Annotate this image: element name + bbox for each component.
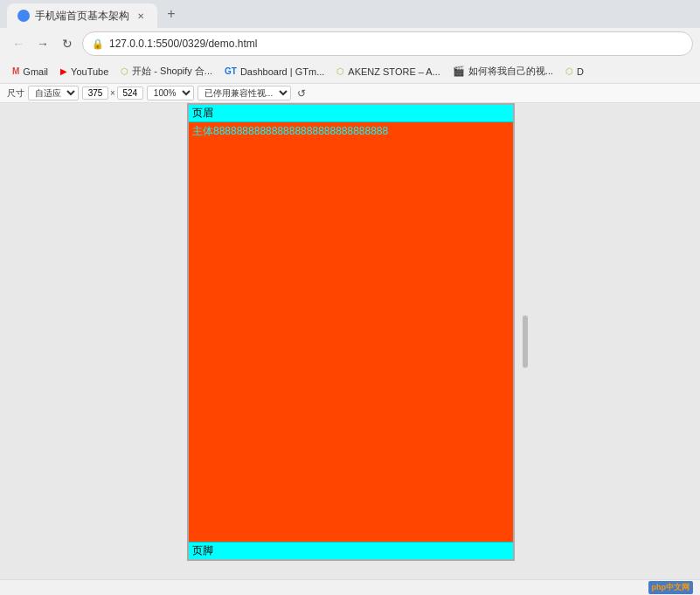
- browser-window: 手机端首页基本架构 ✕ + ← → ↻ 🔒 127.0.0.1:5500/032…: [0, 0, 700, 595]
- address-bar: ← → ↻ 🔒 127.0.0.1:5500/0329/demo.html: [0, 28, 700, 59]
- shopify1-icon: ⬡: [121, 66, 128, 76]
- url-bar[interactable]: 🔒 127.0.0.1:5500/0329/demo.html: [82, 31, 693, 56]
- bottom-status-bar: php中文网: [0, 579, 700, 595]
- responsive-mode-select[interactable]: 已停用兼容性视...: [198, 86, 291, 100]
- main-text: 主体888888888888888888888888888888: [192, 124, 388, 139]
- tab-favicon: [17, 10, 30, 22]
- forward-button[interactable]: →: [31, 32, 54, 55]
- size-label: 尺寸: [7, 87, 24, 100]
- bookmark-shopify2-label: D: [577, 66, 584, 77]
- shopify2-icon: ⬡: [565, 66, 573, 76]
- nav-arrows: ← → ↻: [7, 32, 79, 55]
- php-badge: php中文网: [648, 581, 694, 594]
- header-text: 页眉: [192, 106, 213, 121]
- youtube-icon: ▶: [60, 66, 67, 76]
- zoom-select[interactable]: 100%: [147, 86, 194, 100]
- page-header: 页眉: [189, 105, 513, 122]
- bookmark-shopify2[interactable]: ⬡ D: [560, 64, 589, 80]
- viewport-size: ×: [82, 86, 143, 100]
- title-bar: 手机端首页基本架构 ✕ +: [0, 0, 700, 28]
- new-tab-button[interactable]: +: [161, 3, 182, 24]
- bookmark-youtube[interactable]: ▶ YouTube: [55, 64, 114, 80]
- bookmark-gmail[interactable]: M Gmail: [7, 64, 53, 80]
- gt-icon: GT: [225, 66, 237, 76]
- rotate-button[interactable]: ↺: [295, 86, 308, 100]
- active-tab[interactable]: 手机端首页基本架构 ✕: [7, 3, 157, 28]
- device-select[interactable]: 自适应: [28, 86, 79, 100]
- bookmark-gt-label: Dashboard | GTm...: [240, 66, 324, 77]
- page-footer: 页脚: [189, 542, 513, 559]
- bookmarks-bar: M Gmail ▶ YouTube ⬡ 开始 - Shopify 合... GT…: [0, 59, 700, 84]
- refresh-button[interactable]: ↻: [56, 32, 79, 55]
- bookmark-shopify1-label: 开始 - Shopify 合...: [132, 65, 212, 78]
- tab-group: 手机端首页基本架构 ✕ +: [7, 0, 182, 28]
- footer-text: 页脚: [192, 543, 213, 558]
- tab-title: 手机端首页基本架构: [35, 9, 129, 24]
- viewport-width-input[interactable]: [82, 86, 108, 100]
- bookmark-gmail-label: Gmail: [23, 66, 48, 77]
- size-separator: ×: [110, 88, 115, 98]
- bookmark-video-label: 如何将我自己的视...: [468, 65, 553, 78]
- lock-icon: 🔒: [92, 38, 104, 50]
- page-main: 主体888888888888888888888888888888: [189, 122, 513, 542]
- php-label: php: [652, 583, 667, 592]
- scrollbar-thumb[interactable]: [523, 315, 528, 368]
- back-button[interactable]: ←: [7, 32, 30, 55]
- url-text: 127.0.0.1:5500/0329/demo.html: [109, 38, 257, 50]
- device-frame: 页眉 主体888888888888888888888888888888 页脚: [187, 103, 515, 561]
- bookmark-gt[interactable]: GT Dashboard | GTm...: [219, 64, 329, 80]
- viewport-bar: 尺寸 自适应 × 100% 已停用兼容性视... ↺: [0, 84, 700, 103]
- tab-close-button[interactable]: ✕: [135, 10, 147, 22]
- page-area: 页眉 主体888888888888888888888888888888 页脚: [0, 103, 700, 579]
- video-icon: 🎬: [453, 66, 465, 77]
- bookmark-shopify1[interactable]: ⬡ 开始 - Shopify 合...: [115, 62, 218, 80]
- viewport-height-input[interactable]: [117, 86, 143, 100]
- bookmark-video[interactable]: 🎬 如何将我自己的视...: [447, 62, 558, 80]
- bookmark-youtube-label: YouTube: [71, 66, 108, 77]
- bookmark-akenz-label: AKENZ STORE – A...: [348, 66, 440, 77]
- bookmark-akenz[interactable]: ⬡ AKENZ STORE – A...: [331, 64, 446, 80]
- gmail-icon: M: [12, 66, 19, 76]
- akenz-icon: ⬡: [336, 66, 344, 76]
